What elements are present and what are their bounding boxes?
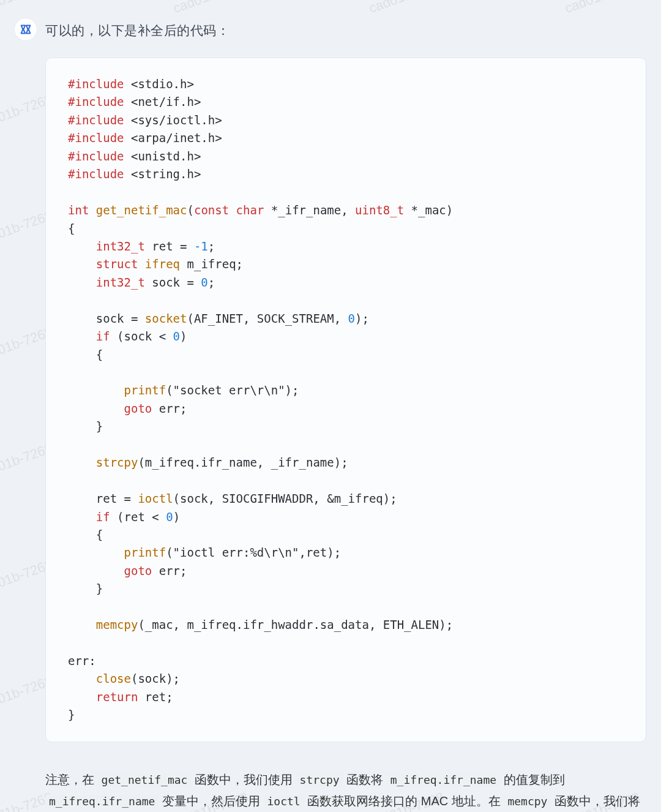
message-intro-text: 可以的，以下是补全后的代码： (45, 18, 230, 39)
code-content: #include <stdio.h> #include <net/if.h> #… (68, 75, 624, 724)
explanation-paragraph: 注意，在 get_netif_mac 函数中，我们使用 strcpy 函数将 m… (45, 769, 640, 812)
inline-code: m_ifreq.ifr_name (387, 773, 500, 788)
chat-message-container: 可以的，以下是补全后的代码： #include <stdio.h> #inclu… (0, 0, 661, 812)
inline-code: ioctl (264, 794, 304, 809)
inline-code: get_netif_mac (98, 773, 192, 788)
inline-code: strcpy (296, 773, 343, 788)
code-block: #include <stdio.h> #include <net/if.h> #… (45, 58, 646, 742)
assistant-avatar (15, 18, 37, 40)
assistant-logo-icon (19, 23, 32, 36)
inline-code: memcpy (504, 794, 551, 809)
inline-code: m_ifreq.ifr_name (45, 794, 159, 809)
